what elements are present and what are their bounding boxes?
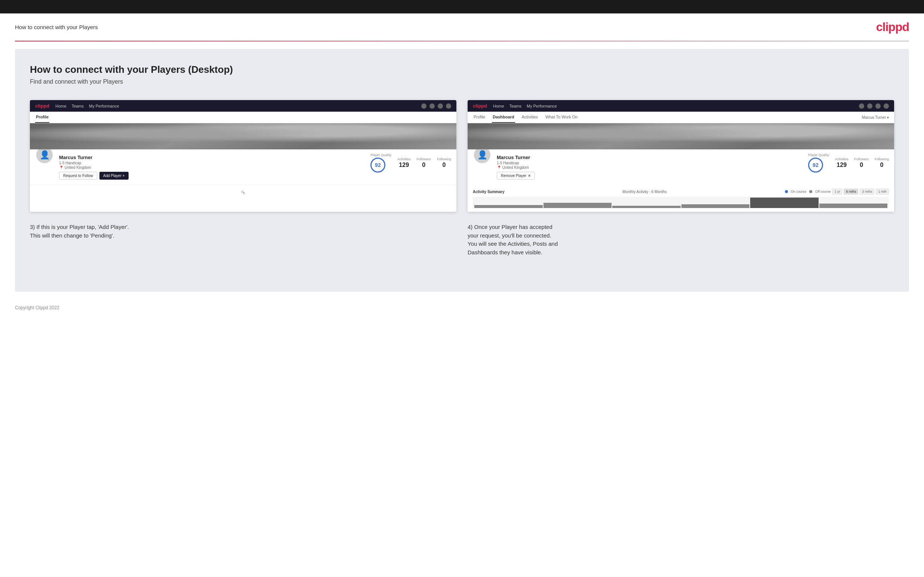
location-icon-left: 📍: [59, 166, 63, 169]
clippd-logo: clippd: [876, 20, 909, 34]
screenshots-row: clippd Home Teams My Performance Profile: [30, 100, 894, 212]
activity-controls: On course Off course 1 yr 6 mths 3 mths …: [785, 189, 889, 195]
descriptions-row: 3) If this is your Player tap, 'Add Play…: [30, 223, 894, 256]
profile-content-left: 👤 Marcus Turner 1-5 Handicap 📍 United Ki…: [30, 149, 456, 185]
search-icon-right[interactable]: [859, 103, 864, 109]
remove-player-button[interactable]: Remove Player ✕: [497, 172, 535, 180]
app-nav-links-right: Home Teams My Performance: [493, 104, 853, 108]
app-navbar-left: clippd Home Teams My Performance: [30, 100, 456, 112]
section-subtitle: Find and connect with your Players: [30, 79, 894, 85]
tab-what-to-work-on-right[interactable]: What To Work On: [544, 112, 578, 123]
user-icon-right[interactable]: [867, 103, 872, 109]
golf-bg-right: [468, 123, 894, 149]
legend-on-course-dot: [785, 190, 788, 193]
activity-legend: On course Off course: [785, 190, 831, 193]
globe-icon-right[interactable]: [884, 103, 889, 109]
profile-hero-left: [30, 123, 456, 149]
scissors-icon: ✂: [239, 188, 247, 197]
profile-info-right: Marcus Turner 1-5 Handicap 📍 United King…: [497, 153, 803, 180]
tab-user-dropdown[interactable]: Marcus Turner ▾: [862, 115, 889, 119]
profile-stats-left: Player Quality 92 Activities 129 Followe…: [370, 153, 451, 172]
quality-circle-right: 92: [808, 158, 823, 172]
settings-icon-right[interactable]: [876, 103, 880, 109]
description-left: 3) If this is your Player tap, 'Add Play…: [30, 223, 456, 256]
chart-bar-6: [819, 203, 888, 208]
time-btn-1yr[interactable]: 1 yr: [832, 189, 842, 195]
description-right: 4) Once your Player has acceptedyour req…: [468, 223, 894, 256]
stat-following-left: Following 0: [437, 157, 451, 168]
app-navbar-right: clippd Home Teams My Performance: [468, 100, 894, 112]
app-logo-right: clippd: [473, 103, 487, 109]
stat-activities-right: Activities 129: [835, 157, 848, 168]
tab-profile-right[interactable]: Profile: [473, 112, 486, 123]
screenshot-bottom-left: ✂: [30, 185, 456, 200]
location-icon-right: 📍: [497, 166, 501, 169]
profile-stats-right: Player Quality 92 Activities 129 Followe…: [808, 153, 889, 172]
stat-activities-left: Activities 129: [397, 157, 411, 168]
page-footer: Copyright Clippd 2022: [0, 299, 924, 316]
legend-off-course-dot: [809, 190, 812, 193]
description-text-left: 3) If this is your Player tap, 'Add Play…: [30, 223, 456, 240]
search-icon-left[interactable]: [421, 103, 426, 109]
app-nav-links-left: Home Teams My Performance: [55, 104, 415, 108]
top-bar: [0, 0, 924, 13]
legend-on-course-label: On course: [791, 190, 807, 193]
profile-handicap-left: 1-5 Handicap: [59, 161, 365, 165]
app-nav-icons-right: [859, 103, 889, 109]
avatar-icon-right: 👤: [477, 150, 488, 160]
chart-bar-4: [682, 204, 750, 208]
quality-circle-left: 92: [370, 158, 385, 172]
stat-quality-left: Player Quality 92: [370, 153, 391, 172]
nav-performance-left[interactable]: My Performance: [89, 104, 119, 108]
time-btn-3mths[interactable]: 3 mths: [860, 189, 874, 195]
settings-icon-left[interactable]: [438, 103, 443, 109]
profile-info-left: Marcus Turner 1-5 Handicap 📍 United King…: [59, 153, 365, 180]
tab-dashboard-right[interactable]: Dashboard: [492, 112, 515, 123]
stat-followers-right: Followers 0: [854, 157, 869, 168]
profile-content-right: 👤 Marcus Turner 1-5 Handicap 📍 United Ki…: [468, 149, 894, 185]
chart-bar-5: [750, 198, 819, 208]
page-header: How to connect with your Players clippd: [0, 13, 924, 41]
tab-profile-left[interactable]: Profile: [35, 112, 49, 123]
app-tab-bar-right: Profile Dashboard Activities What To Wor…: [468, 112, 894, 123]
activity-header: Activity Summary Monthly Activity · 6 Mo…: [473, 189, 889, 195]
time-btn-6mths[interactable]: 6 mths: [844, 189, 858, 195]
app-tab-bar-left: Profile: [30, 112, 456, 123]
screenshot-panel-left: clippd Home Teams My Performance Profile: [30, 100, 456, 212]
golf-bg-left: [30, 123, 456, 149]
chart-bar-2: [543, 203, 612, 208]
close-icon-remove: ✕: [528, 174, 531, 178]
stat-followers-left: Followers 0: [417, 157, 431, 168]
nav-teams-left[interactable]: Teams: [72, 104, 84, 108]
chart-bar-1: [474, 205, 543, 208]
section-title: How to connect with your Players (Deskto…: [30, 64, 894, 76]
nav-home-right[interactable]: Home: [493, 104, 504, 108]
header-divider: [15, 41, 909, 42]
profile-name-left: Marcus Turner: [59, 155, 365, 160]
nav-teams-right[interactable]: Teams: [509, 104, 522, 108]
profile-name-right: Marcus Turner: [497, 155, 803, 160]
activity-summary: Activity Summary Monthly Activity · 6 Mo…: [468, 185, 894, 212]
request-follow-button[interactable]: Request to Follow: [59, 172, 97, 180]
main-content: How to connect with your Players (Deskto…: [15, 49, 909, 292]
activity-chart: [473, 197, 889, 208]
description-text-right: 4) Once your Player has acceptedyour req…: [468, 223, 894, 256]
stat-following-right: Following 0: [875, 157, 889, 168]
screenshot-panel-right: clippd Home Teams My Performance Profile…: [468, 100, 894, 212]
nav-home-left[interactable]: Home: [55, 104, 66, 108]
time-btn-1mth[interactable]: 1 mth: [876, 189, 889, 195]
profile-buttons-right: Remove Player ✕: [497, 172, 803, 180]
tab-activities-right[interactable]: Activities: [521, 112, 539, 123]
page-header-title: How to connect with your Players: [15, 24, 98, 30]
legend-off-course-label: Off course: [815, 190, 830, 193]
activity-title: Activity Summary: [473, 190, 504, 194]
add-player-button[interactable]: Add Player +: [99, 172, 129, 180]
nav-performance-right[interactable]: My Performance: [527, 104, 557, 108]
stat-quality-right: Player Quality 92: [808, 153, 829, 172]
user-icon-left[interactable]: [430, 103, 435, 109]
app-nav-icons-left: [421, 103, 451, 109]
activity-period: Monthly Activity · 6 Months: [622, 190, 666, 194]
globe-icon-left[interactable]: [446, 103, 451, 109]
app-logo-left: clippd: [35, 103, 49, 109]
profile-handicap-right: 1-5 Handicap: [497, 161, 803, 165]
